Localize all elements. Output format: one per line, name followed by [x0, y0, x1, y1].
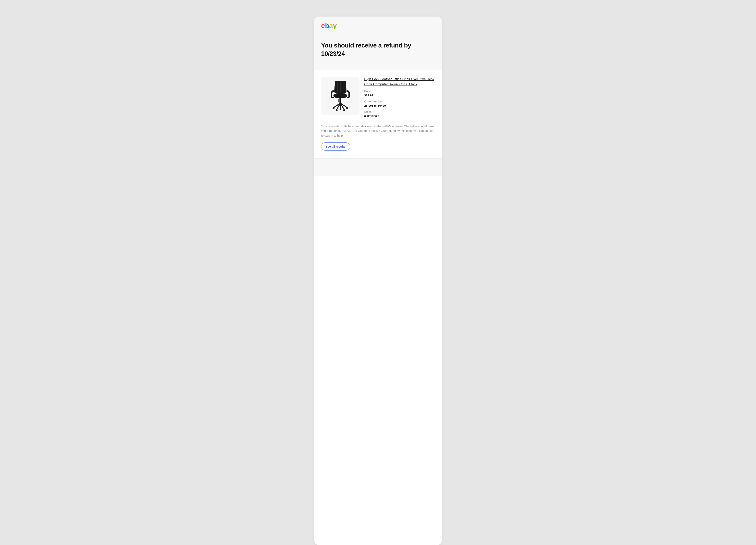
seller-label: Seller:: [364, 110, 435, 113]
product-thumbnail: [321, 77, 359, 115]
svg-point-7: [333, 107, 334, 109]
seller-field: Seller: alldaydeals: [364, 110, 435, 118]
svg-point-10: [343, 109, 345, 111]
price-value: $89.99: [364, 94, 435, 97]
card-body: High Back Leather Office Chair Executive…: [314, 70, 442, 158]
email-card: e b a y You should receive a refund by 1…: [314, 17, 442, 545]
svg-text:e: e: [321, 22, 325, 29]
svg-point-9: [336, 109, 337, 111]
svg-text:b: b: [325, 22, 329, 29]
svg-point-4: [333, 93, 347, 98]
price-label: Price:: [364, 89, 435, 93]
ebay-logo: e b a y: [321, 22, 435, 30]
svg-point-8: [346, 107, 348, 109]
svg-point-11: [339, 108, 341, 110]
card-header: e b a y You should receive a refund by 1…: [314, 17, 442, 70]
product-details: High Back Leather Office Chair Executive…: [364, 77, 435, 118]
see-all-results-button[interactable]: See all results: [321, 142, 350, 150]
svg-text:a: a: [329, 22, 333, 29]
seller-link[interactable]: alldaydeals: [364, 114, 379, 117]
svg-text:y: y: [333, 22, 337, 29]
product-title-link[interactable]: High Back Leather Office Chair Executive…: [364, 77, 434, 86]
price-field: Price: $89.99: [364, 89, 435, 97]
svg-rect-5: [339, 98, 341, 103]
status-message: Your return item title has been delivere…: [321, 124, 435, 138]
card-footer: [314, 158, 442, 176]
order-number-field: Order number: 25-05688-60429: [364, 100, 435, 107]
order-number-value: 25-05688-60429: [364, 104, 435, 107]
office-chair-icon: [328, 80, 353, 112]
page-title: You should receive a refund by 10/23/24: [321, 41, 435, 58]
order-number-label: Order number:: [364, 100, 435, 103]
svg-rect-6: [338, 99, 338, 102]
product-block: High Back Leather Office Chair Executive…: [321, 77, 435, 118]
